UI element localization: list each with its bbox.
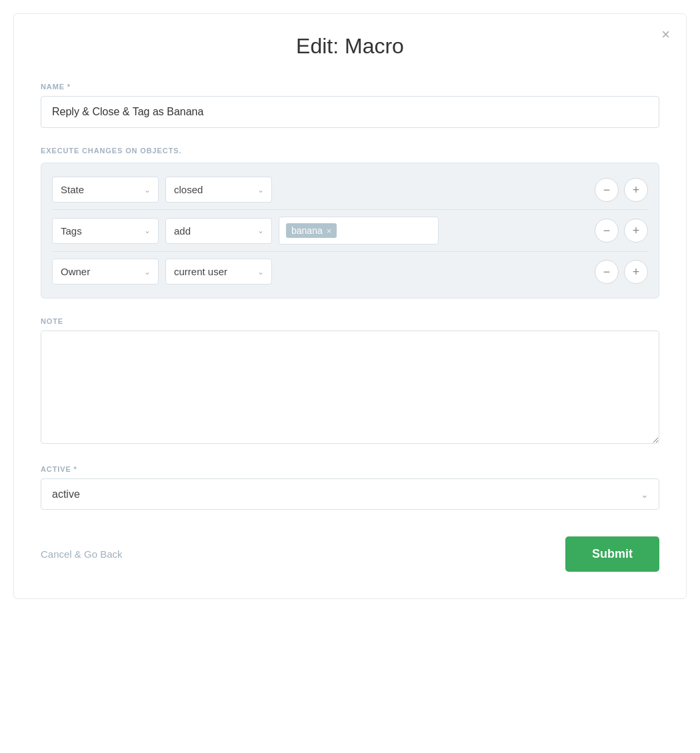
note-label: NOTE xyxy=(41,317,659,325)
note-textarea[interactable] xyxy=(41,331,659,444)
form-footer: Cancel & Go Back Submit xyxy=(41,536,659,572)
action-row-tags: State Tags Owner ⌄ add remove ⌄ banana × xyxy=(52,210,648,252)
owner-type-wrapper: State Tags Owner ⌄ xyxy=(52,259,159,285)
banana-tag-label: banana xyxy=(291,225,323,236)
state-add-button[interactable]: + xyxy=(624,178,648,202)
owner-value-wrapper: current user assigned agent ⌄ xyxy=(165,259,272,285)
modal-title: Edit: Macro xyxy=(41,34,659,59)
tags-input-area[interactable]: banana × xyxy=(279,217,439,245)
state-row-actions: − + xyxy=(595,178,648,202)
execute-section-label: EXECUTE CHANGES ON OBJECTS. xyxy=(41,147,659,155)
owner-type-select[interactable]: State Tags Owner xyxy=(52,259,159,285)
owner-row-actions: − + xyxy=(595,260,648,284)
owner-value-select[interactable]: current user assigned agent xyxy=(165,259,272,285)
banana-tag-remove-icon[interactable]: × xyxy=(327,226,332,236)
owner-add-button[interactable]: + xyxy=(624,260,648,284)
action-row-owner: State Tags Owner ⌄ current user assigned… xyxy=(52,252,648,291)
name-input[interactable] xyxy=(41,96,659,128)
tags-add-button[interactable]: + xyxy=(624,219,648,243)
tags-type-select[interactable]: State Tags Owner xyxy=(52,218,159,244)
tags-type-wrapper: State Tags Owner ⌄ xyxy=(52,218,159,244)
edit-macro-modal: × Edit: Macro NAME * EXECUTE CHANGES ON … xyxy=(13,13,687,599)
submit-button[interactable]: Submit xyxy=(565,536,659,572)
tags-value-wrapper: add remove ⌄ xyxy=(165,218,272,244)
state-type-select[interactable]: State Tags Owner xyxy=(52,177,159,203)
active-select-wrapper: active inactive ⌄ xyxy=(41,478,659,510)
tags-row-actions: − + xyxy=(595,219,648,243)
owner-remove-button[interactable]: − xyxy=(595,260,619,284)
state-value-wrapper: open closed pending ⌄ xyxy=(165,177,272,203)
tags-remove-button[interactable]: − xyxy=(595,219,619,243)
actions-container: State Tags Owner ⌄ open closed pending ⌄… xyxy=(41,163,659,299)
close-button[interactable]: × xyxy=(661,27,670,42)
name-label: NAME * xyxy=(41,83,659,91)
active-label: ACTIVE * xyxy=(41,465,659,473)
state-remove-button[interactable]: − xyxy=(595,178,619,202)
state-type-wrapper: State Tags Owner ⌄ xyxy=(52,177,159,203)
active-select[interactable]: active inactive xyxy=(41,478,659,510)
action-row-state: State Tags Owner ⌄ open closed pending ⌄… xyxy=(52,170,648,210)
cancel-link[interactable]: Cancel & Go Back xyxy=(41,548,123,560)
banana-tag-chip: banana × xyxy=(286,223,337,238)
tags-value-select[interactable]: add remove xyxy=(165,218,272,244)
state-value-select[interactable]: open closed pending xyxy=(165,177,272,203)
